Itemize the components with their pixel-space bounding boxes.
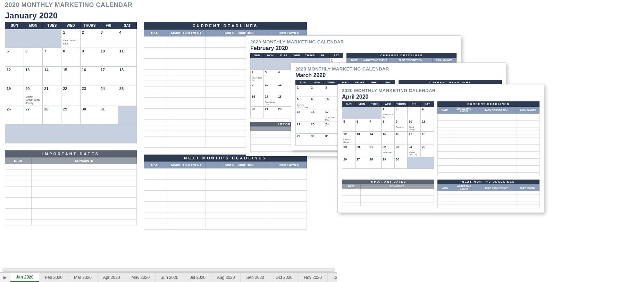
calendar-cell[interactable]: 30 [80,106,99,125]
calendar-cell[interactable]: 9 [251,82,264,94]
table-cell[interactable] [271,168,307,174]
table-cell[interactable] [452,166,476,169]
calendar-cell[interactable]: 17 [408,132,421,144]
calendar-cell[interactable]: 17President's Day [264,94,277,107]
calendar-cell[interactable]: 24 [264,107,277,118]
table-cell[interactable] [437,134,452,138]
table-cell[interactable] [476,155,517,159]
calendar-cell[interactable]: 23 [251,107,264,118]
calendar-cell[interactable] [61,125,80,143]
table-cell[interactable] [144,114,167,120]
calendar-cell[interactable]: 9Passover [394,119,408,132]
table-cell[interactable] [517,114,540,117]
table-cell[interactable] [452,155,476,159]
calendar-cell[interactable]: 16 [394,132,408,144]
calendar-cell[interactable]: 28 [43,106,61,125]
table-cell[interactable] [5,209,32,214]
table-cell[interactable] [517,134,540,138]
table-cell[interactable] [167,120,206,125]
table-cell[interactable] [167,202,206,207]
table-cell[interactable] [476,141,517,145]
table-cell[interactable] [206,218,271,224]
calendar-cell[interactable]: 13 [355,132,368,144]
table-cell[interactable] [167,191,206,196]
table-cell[interactable] [360,202,434,206]
calendar-cell[interactable] [277,58,290,70]
table-cell[interactable] [437,114,452,117]
table-cell[interactable] [144,70,167,75]
table-cell[interactable] [144,103,167,109]
calendar-cell[interactable]: 19 [342,144,356,157]
table-cell[interactable] [437,198,452,201]
calendar-cell[interactable]: 9 [310,97,324,109]
table-cell[interactable] [144,218,167,224]
table-cell[interactable] [517,198,540,201]
calendar-cell[interactable]: 4 [421,107,434,119]
table-cell[interactable] [517,173,540,176]
calendar-cell[interactable]: 24 [324,122,338,134]
table-cell[interactable] [476,191,517,194]
table-cell[interactable] [31,198,136,203]
table-cell[interactable] [167,218,206,224]
table-cell[interactable] [437,131,452,134]
table-cell[interactable] [452,159,476,162]
table-cell[interactable] [437,124,452,127]
calendar-cell[interactable]: 10 [99,48,118,67]
calendar-cell[interactable]: 29 [382,157,395,168]
calendar-cell[interactable]: 27 [24,106,43,125]
table-cell[interactable] [452,152,476,155]
table-cell[interactable] [517,124,540,127]
table-cell[interactable] [271,202,307,207]
table-cell[interactable] [144,191,167,196]
table-cell[interactable] [144,202,167,207]
table-cell[interactable] [342,189,361,192]
calendar-cell[interactable] [80,125,99,143]
table-cell[interactable] [144,75,167,81]
calendar-cell[interactable]: 14 [43,67,61,85]
table-cell[interactable] [167,64,206,70]
table-cell[interactable] [144,86,167,92]
calendar-cell[interactable]: 30 [394,157,408,168]
table-cell[interactable] [167,207,206,213]
table-cell[interactable] [517,121,540,124]
calendar-cell[interactable]: 24 [99,85,118,106]
table-cell[interactable] [437,152,452,155]
table-cell[interactable] [476,159,517,162]
table-cell[interactable] [437,141,452,145]
table-cell[interactable] [206,213,271,218]
table-cell[interactable] [517,166,540,169]
table-cell[interactable] [5,164,32,170]
table-cell[interactable] [342,196,361,199]
table-cell[interactable] [31,220,136,225]
table-cell[interactable] [437,205,452,208]
calendar-cell[interactable]: 1April Fool's Day [382,107,395,119]
calendar-cell[interactable]: 8 [61,48,80,67]
table-cell[interactable] [437,155,452,159]
calendar-cell[interactable] [118,125,136,143]
sheet-tab[interactable]: Mar 2020 [68,273,98,282]
table-cell[interactable] [476,134,517,138]
table-cell[interactable] [271,224,307,230]
table-cell[interactable] [517,138,540,141]
calendar-cell[interactable]: 17 [99,67,118,85]
calendar-cell[interactable]: 4 [118,29,136,48]
table-cell[interactable] [517,159,540,162]
table-cell[interactable] [342,199,361,202]
sheet-tab[interactable]: May 2020 [126,273,156,282]
table-cell[interactable] [271,191,307,196]
calendar-cell[interactable]: 7 [43,48,61,67]
table-cell[interactable] [437,173,452,176]
calendar-cell[interactable]: 1New Year's Day [61,29,80,48]
calendar-cell[interactable]: 5 [5,48,24,67]
table-cell[interactable] [5,220,32,225]
table-cell[interactable] [271,218,307,224]
table-cell[interactable] [206,196,271,202]
calendar-cell[interactable]: 25 [118,85,136,106]
table-cell[interactable] [5,214,32,220]
table-cell[interactable] [437,117,452,121]
table-cell[interactable] [144,109,167,114]
table-cell[interactable] [144,36,167,42]
table-cell[interactable] [167,136,206,142]
table-cell[interactable] [144,207,167,213]
table-cell[interactable] [452,194,476,198]
